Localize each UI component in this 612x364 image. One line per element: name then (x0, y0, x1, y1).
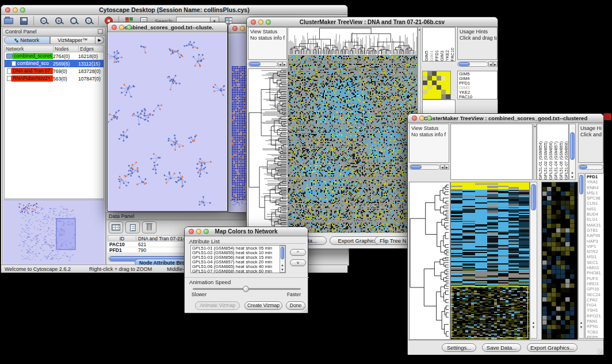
resize-grip[interactable] (597, 348, 603, 354)
zoom-selected-button[interactable]: ▫ (82, 16, 95, 26)
tv1-row-dendrogram[interactable] (248, 68, 288, 233)
tv1-usage-hints-body: Click and drag to (460, 35, 495, 41)
network-table-row[interactable]: DNA and Tran 07 769(0) 183728(0) (5, 67, 104, 75)
treeview2-title-bar[interactable]: ClusterMaker TreeView : combined_scores_… (408, 114, 603, 123)
tv2-save-data-button[interactable]: Save Data... (482, 343, 521, 352)
delete-attribute-button[interactable] (142, 221, 156, 233)
control-panel: Control Panel Network VizMapper™ ▶ Netwo… (2, 28, 106, 266)
tv1-zoom-slider[interactable]: ◀▶ (248, 60, 287, 67)
tv2-heatmap-scrollbar[interactable]: ▲ ▼ (530, 182, 537, 339)
new-page-icon (130, 224, 136, 231)
minimize-button[interactable] (258, 20, 263, 25)
tv2-view-status-panel: View Status No status info f (409, 124, 449, 163)
gene-label: PHO81 (587, 270, 602, 275)
tv2-usage-slider[interactable] (578, 163, 603, 170)
close-button[interactable] (5, 7, 10, 13)
network-overview-thumbnail[interactable] (3, 200, 105, 266)
main-window-title: Cytoscape Desktop (Session Name: collins… (15, 6, 334, 13)
zoom-button[interactable] (20, 7, 25, 13)
minimize-button[interactable] (13, 7, 18, 13)
slider-right-arrow[interactable]: ▶ (282, 62, 287, 67)
tv2-zoom-slider[interactable]: ◀▶ (409, 163, 449, 170)
gene-label: PAC10 (459, 95, 496, 99)
select-attributes-button[interactable] (109, 221, 123, 233)
minimize-button[interactable] (119, 25, 124, 30)
move-up-button[interactable]: ^ (290, 249, 306, 256)
zoom-button[interactable] (204, 229, 209, 234)
zoom-fit-icon (70, 17, 77, 24)
animate-vizmap-button[interactable]: Animate Vizmap (195, 301, 240, 310)
create-vizmap-button[interactable]: Create Vizmap (244, 301, 282, 310)
tv2-export-graphics-button[interactable]: Export Graphics... (527, 343, 577, 352)
gene-label: BUD4 (587, 212, 602, 217)
tv1-gene-list[interactable]: GIM5GIM4PFD1GIM3YKE2PAC10 (457, 71, 498, 99)
minimize-button[interactable] (419, 116, 424, 121)
move-down-button[interactable]: v (290, 259, 306, 266)
zoom-out-icon: − (40, 17, 47, 24)
gene-label: NTR2 (587, 249, 602, 254)
network-table-row[interactable]: combined_sco 2569(6) 13112(15) (5, 60, 104, 67)
main-title-bar[interactable]: Cytoscape Desktop (Session Name: collins… (1, 5, 347, 15)
attribute-list[interactable]: GPL51-01 (GSM854) heat shock 05 minGPL51… (190, 245, 286, 273)
animation-speed-slider[interactable] (193, 288, 301, 290)
open-session-button[interactable] (2, 16, 15, 26)
red-app-icon-fragment (603, 113, 611, 120)
gene-label: GPI16 (587, 286, 602, 292)
close-button[interactable] (232, 26, 238, 31)
network-table-row[interactable]: RNAPuberNov2+ 563(0) 107847(0) (5, 75, 104, 82)
tv2-view-status-title: View Status (411, 125, 447, 132)
zoom-out-button[interactable]: − (37, 16, 50, 26)
faster-label: Faster (287, 292, 301, 297)
tab-overflow-arrow[interactable]: ▶ (95, 36, 104, 44)
gene-label: FIG4 (587, 302, 602, 308)
slider-thumb[interactable] (243, 286, 249, 292)
float-panel-icon[interactable] (98, 29, 103, 34)
network-table-header: Network Nodes Edges (4, 45, 104, 52)
minimize-button[interactable] (196, 229, 201, 234)
window-controls[interactable] (5, 7, 25, 13)
zoom-button[interactable] (127, 25, 132, 30)
zoom-fit-button[interactable] (67, 16, 80, 26)
dialog-title-bar[interactable]: Map Colors to Network (185, 227, 308, 236)
tv2-column-labels: GPL51-01 (GSM854)GPL51-02 (GSM855)GPL51-… (537, 124, 569, 180)
tv2-heatmap[interactable] (450, 182, 530, 340)
tv1-heatmap[interactable] (288, 55, 418, 233)
tv1-correlation-matrix[interactable] (422, 71, 451, 99)
gene-label: PUF3 (587, 276, 602, 281)
trash-icon (147, 224, 152, 231)
tv2-zoom-heatmap[interactable] (541, 182, 578, 340)
zoom-in-button[interactable]: + (52, 16, 65, 26)
close-button[interactable] (189, 229, 194, 234)
tv1-usage-hints-title: Usage Hints (460, 29, 495, 35)
status-welcome: Welcome to Cytoscape 2.6.2 (5, 266, 71, 272)
zoom-button[interactable] (266, 20, 271, 25)
close-button[interactable] (251, 20, 256, 25)
tv1-usage-slider[interactable]: ◀▶ (457, 60, 498, 67)
tab-vizmapper[interactable]: VizMapper™ (50, 36, 96, 44)
minimize-button[interactable] (240, 26, 245, 31)
treeview1-title-bar[interactable]: ClusterMaker TreeView : DNA and Tran 07-… (247, 17, 498, 27)
dialog-resize-grip[interactable] (301, 306, 307, 312)
tv2-gene-list[interactable]: PFD1YRA1RNR4MSL1SPC98CLN1NIS1BUD4ELG1MAK… (585, 173, 604, 339)
save-session-button[interactable] (17, 16, 30, 26)
dialog-title: Map Colors to Network (198, 228, 294, 235)
tv2-column-scrollbar[interactable]: ▲ ▼ (569, 124, 576, 180)
tv1-column-dendrogram[interactable] (288, 27, 418, 56)
network1-canvas[interactable] (108, 33, 227, 211)
tv2-bottom-bar: Settings... Save Data... Export Graphics… (408, 340, 603, 355)
close-button[interactable] (112, 25, 117, 30)
tv2-row-dendrogram[interactable] (409, 182, 450, 340)
network1-title-bar[interactable]: combined_scores_good.txt--cluste... (108, 22, 227, 32)
gene-label: RPN1 (587, 324, 602, 329)
close-button[interactable] (412, 116, 417, 121)
animation-speed-label: Animation Speed (189, 279, 231, 285)
new-attribute-button[interactable] (125, 221, 140, 233)
zoom-button[interactable] (427, 116, 432, 121)
tv2-gene-scrollbar[interactable]: ▲ ▼ (578, 173, 584, 339)
tab-network[interactable]: Network (4, 36, 50, 44)
status-middle-hint: Middle- (167, 266, 184, 272)
network-table-row[interactable]: combined_scores_ 2764(0) 16218(0) (5, 52, 104, 60)
attribute-list-scrollbar[interactable]: ▲ ▼ (280, 246, 285, 273)
tv2-settings-button[interactable]: Settings... (442, 343, 476, 352)
slider-left-arrow[interactable]: ◀ (278, 62, 282, 67)
